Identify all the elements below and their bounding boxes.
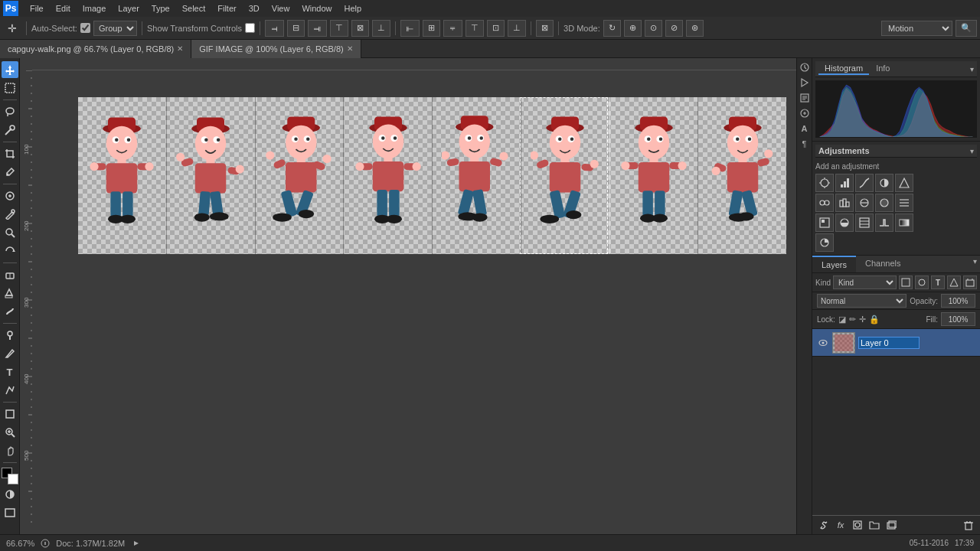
tab-capguy-close[interactable]: ✕ — [177, 44, 183, 53]
menu-image[interactable]: Image — [77, 2, 112, 15]
menu-filter[interactable]: Filter — [212, 2, 241, 15]
add-mask-btn[interactable] — [851, 518, 864, 532]
select-tool[interactable] — [2, 80, 18, 96]
menu-window[interactable]: Window — [296, 2, 337, 15]
play-icon[interactable] — [799, 77, 811, 89]
magic-wand-tool[interactable] — [2, 122, 18, 139]
align-right-btn[interactable]: ⫥ — [308, 20, 327, 37]
3d-zoom-btn[interactable]: ⊙ — [645, 20, 662, 37]
workspace-select[interactable]: Motion Essentials Photography — [881, 21, 952, 36]
3d-slide-btn[interactable]: ⊘ — [665, 20, 683, 37]
adjustments-collapse[interactable]: ▾ — [970, 147, 974, 155]
properties-icon[interactable] — [799, 92, 811, 104]
adj-photofilter-btn[interactable] — [875, 194, 893, 212]
filter-shape-btn[interactable] — [947, 276, 961, 289]
type-tool[interactable]: T — [2, 364, 18, 380]
adj-vibrance-btn[interactable] — [895, 174, 913, 192]
adj-gradient-map-btn[interactable] — [895, 214, 913, 232]
adj-curves-btn[interactable] — [855, 174, 874, 192]
filter-smart-btn[interactable] — [963, 276, 977, 289]
character-icon[interactable]: A — [799, 122, 811, 135]
tab-gif-close[interactable]: ✕ — [347, 44, 353, 53]
move-tool-icon[interactable]: ✛ — [3, 20, 21, 37]
fill-input[interactable] — [941, 312, 975, 326]
tab-histogram[interactable]: Histogram — [818, 63, 869, 75]
adj-colorlookup-btn[interactable] — [815, 214, 834, 232]
layers-panel-collapse[interactable]: ▾ — [970, 256, 980, 272]
align-bottom-btn[interactable]: ⊥ — [372, 20, 390, 37]
menu-3d[interactable]: 3D — [243, 2, 265, 15]
3d-rotate-btn[interactable]: ↻ — [603, 20, 621, 37]
adj-hsl-btn[interactable] — [815, 194, 834, 212]
paint-bucket-tool[interactable] — [2, 285, 18, 302]
search-workspace-btn[interactable]: 🔍 — [956, 20, 977, 37]
auto-select-checkbox[interactable] — [80, 23, 90, 33]
delete-layer-btn[interactable] — [962, 518, 975, 532]
zoom-tool[interactable] — [2, 424, 18, 441]
dodge-tool[interactable] — [2, 327, 18, 344]
blend-mode-select[interactable]: Normal Multiply Screen — [817, 294, 906, 308]
opacity-input[interactable] — [941, 294, 975, 308]
lock-all-btn[interactable]: 🔒 — [869, 315, 880, 324]
menu-file[interactable]: File — [24, 2, 49, 15]
link-layers-btn[interactable] — [817, 518, 831, 532]
canvas-scroll-area[interactable] — [32, 70, 796, 534]
tab-layers[interactable]: Layers — [812, 256, 856, 272]
align-center-v-btn[interactable]: ⊠ — [351, 20, 369, 37]
paragraph-icon[interactable]: ¶ — [799, 138, 811, 150]
lock-pixels-btn[interactable]: ◪ — [838, 315, 846, 324]
distribute-top-btn[interactable]: ⊤ — [466, 20, 484, 37]
menu-layer[interactable]: Layer — [113, 2, 145, 15]
menu-select[interactable]: Select — [177, 2, 211, 15]
align-top-btn[interactable]: ⊤ — [330, 20, 348, 37]
document-canvas[interactable] — [78, 97, 786, 254]
lasso-tool[interactable] — [2, 103, 18, 120]
align-left-btn[interactable]: ⫤ — [265, 20, 284, 37]
3d-scale-btn[interactable]: ⊛ — [686, 20, 704, 37]
background-color[interactable] — [8, 474, 18, 484]
kind-filter-select[interactable]: Kind — [833, 276, 897, 289]
distribute-left-btn[interactable]: ⫦ — [400, 20, 420, 37]
filter-type-btn[interactable]: T — [931, 276, 945, 289]
align-center-h-btn[interactable]: ⊟ — [287, 20, 305, 37]
lock-position-btn[interactable]: ✛ — [859, 315, 866, 324]
history-icon[interactable] — [799, 61, 811, 73]
layer-visibility-eye[interactable] — [817, 337, 829, 349]
layer-item-0[interactable] — [812, 329, 980, 357]
canvas-auto-btn[interactable]: ⊠ — [536, 20, 554, 37]
clone-stamp-tool[interactable] — [2, 224, 18, 241]
eyedropper-tool[interactable] — [2, 164, 18, 181]
blur-tool[interactable] — [2, 303, 18, 320]
distribute-bottom-btn[interactable]: ⊥ — [508, 20, 526, 37]
adjustments-icon[interactable] — [799, 107, 811, 119]
adj-invert-btn[interactable] — [835, 214, 854, 232]
tab-channels[interactable]: Channels — [856, 256, 910, 272]
crop-tool[interactable] — [2, 145, 18, 162]
eraser-tool[interactable] — [2, 266, 18, 283]
menu-help[interactable]: Help — [339, 2, 368, 15]
distribute-center-v-btn[interactable]: ⊡ — [487, 20, 505, 37]
adj-levels-btn[interactable] — [835, 174, 854, 192]
new-layer-btn[interactable] — [884, 518, 898, 532]
history-brush-tool[interactable] — [2, 243, 18, 259]
menu-view[interactable]: View — [266, 2, 296, 15]
adj-exposure-btn[interactable] — [875, 174, 893, 192]
heal-tool[interactable] — [2, 187, 18, 204]
adj-threshold-btn[interactable] — [875, 214, 893, 232]
new-group-btn[interactable] — [867, 518, 881, 532]
quick-mask-btn[interactable] — [2, 486, 18, 503]
hand-tool[interactable] — [2, 442, 18, 459]
filter-adj-btn[interactable] — [915, 276, 929, 289]
tab-capguy[interactable]: capguy-walk.png @ 66.7% (Layer 0, RGB/8)… — [0, 40, 191, 58]
histogram-collapse[interactable]: ▾ — [970, 65, 974, 73]
tab-gif[interactable]: GIF IMAGE @ 100% (Layer 6, RGB/8) ✕ — [191, 40, 361, 58]
lock-image-btn[interactable]: ✏ — [849, 315, 856, 324]
move-tool[interactable] — [2, 61, 18, 78]
layer-name-input[interactable] — [858, 337, 920, 349]
adj-bw-btn[interactable] — [855, 194, 874, 212]
adj-mixer-btn[interactable] — [895, 194, 913, 212]
adj-brightness-btn[interactable] — [815, 174, 834, 192]
show-transform-checkbox[interactable] — [245, 23, 255, 33]
tab-info[interactable]: Info — [870, 63, 896, 75]
adj-colorbalance-btn[interactable] — [835, 194, 854, 212]
